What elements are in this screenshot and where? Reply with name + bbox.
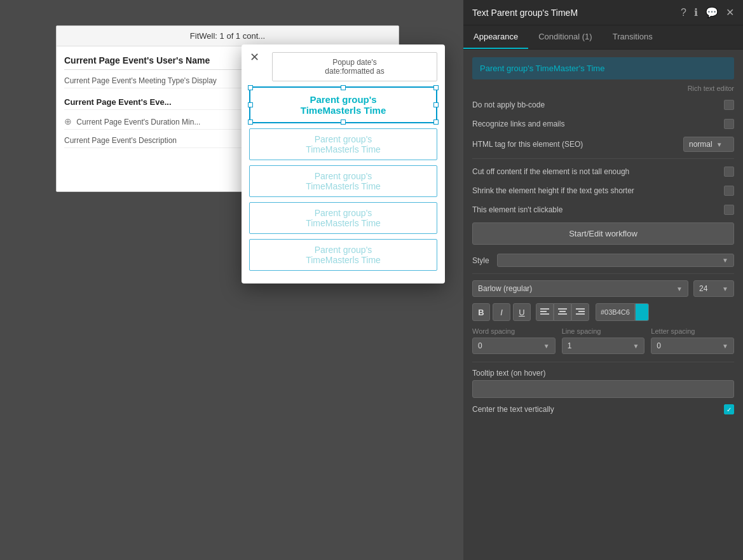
center-vertically-row: Center the text vertically — [472, 404, 734, 414]
center-vertically-checkbox[interactable] — [724, 404, 734, 414]
align-group — [536, 303, 589, 321]
letter-spacing-value: 0 — [657, 341, 661, 350]
panel-header: Text Parent group's TimeM ? ℹ 💬 ✕ — [463, 0, 743, 25]
font-size-select[interactable]: 24 ▼ — [693, 280, 734, 297]
align-right-button[interactable] — [571, 303, 589, 321]
word-spacing-value: 0 — [478, 341, 482, 350]
html-tag-label: HTML tag for this element (SEO) — [472, 140, 583, 149]
cut-off-label: Cut off content if the element is not ta… — [472, 167, 629, 176]
divider-3 — [472, 362, 734, 362]
svg-rect-3 — [558, 308, 567, 310]
color-swatch[interactable] — [635, 303, 649, 321]
modal-body: Popup date's date:formatted as Parent gr… — [242, 44, 445, 283]
handle-bm[interactable] — [341, 120, 346, 125]
text-box-2-text2: TimeMasterls Time — [306, 181, 381, 191]
format-row: B I U #03B4C6 — [472, 303, 734, 321]
font-size-text: 24 — [699, 284, 707, 293]
info-icon[interactable]: ℹ — [694, 6, 698, 18]
text-box-3-text1: Parent group's — [315, 208, 372, 218]
font-row: Barlow (regular) ▼ 24 ▼ — [472, 280, 734, 297]
canvas-header-text: FitWell: 1 of 1 — [190, 31, 240, 41]
align-center-button[interactable] — [554, 303, 571, 321]
svg-rect-0 — [540, 308, 549, 310]
line-spacing-label: Line spacing — [562, 327, 645, 335]
font-family-select[interactable]: Barlow (regular) ▼ — [472, 280, 688, 297]
tab-transitions[interactable]: Transitions — [603, 25, 663, 49]
tooltip-input[interactable] — [472, 380, 734, 398]
panel-content[interactable]: Parent group's TimeMaster's Time Rich te… — [463, 50, 743, 560]
svg-rect-8 — [576, 313, 585, 315]
recognize-links-checkbox[interactable] — [724, 119, 734, 129]
handle-tr[interactable] — [433, 85, 439, 90]
spacing-section: Word spacing 0 ▼ Line spacing 1 ▼ Letter… — [472, 327, 734, 354]
font-name-text: Barlow (regular) — [478, 284, 532, 293]
tooltip-row: Tooltip text (on hover) — [472, 369, 734, 398]
modal: ✕ Popup date's date:formatted as Parent … — [242, 44, 445, 283]
style-row: Style ▼ — [472, 254, 734, 267]
content-value-box[interactable]: Parent group's TimeMaster's Time — [472, 57, 734, 79]
text-box-1-text1: Parent group's — [315, 134, 372, 144]
html-tag-row: HTML tag for this element (SEO) normal ▼ — [472, 137, 734, 152]
letter-spacing-label: Letter spacing — [651, 327, 734, 335]
handle-tm[interactable] — [341, 85, 346, 90]
line-spacing-arrow: ▼ — [632, 343, 639, 350]
panel-title: Text Parent group's TimeM — [472, 8, 578, 18]
bb-code-label: Do not apply bb-code — [472, 100, 545, 109]
bold-button[interactable]: B — [472, 303, 490, 321]
handle-br[interactable] — [433, 120, 439, 125]
svg-rect-7 — [578, 311, 585, 312]
selected-text-element[interactable]: Parent group's TimeMasterls Time — [249, 86, 437, 123]
italic-button[interactable]: I — [493, 303, 510, 321]
html-tag-select[interactable]: normal ▼ — [683, 137, 734, 152]
bb-code-checkbox[interactable] — [724, 100, 734, 110]
tab-appearance[interactable]: Appearance — [463, 25, 528, 49]
underline-button[interactable]: U — [513, 303, 531, 321]
shrink-row: Shrink the element height if the text ge… — [472, 184, 734, 197]
selected-box-text2: TimeMasterls Time — [301, 105, 386, 116]
right-panel: Text Parent group's TimeM ? ℹ 💬 ✕ Appear… — [463, 0, 743, 560]
style-label: Style — [472, 256, 489, 265]
canvas-header-cont: cont... — [243, 31, 265, 41]
html-tag-arrow: ▼ — [716, 141, 723, 148]
close-panel-icon[interactable]: ✕ — [726, 6, 734, 18]
selected-box-text1: Parent group's — [310, 94, 376, 105]
svg-rect-5 — [558, 313, 567, 315]
tooltip-label: Tooltip text (on hover) — [472, 369, 734, 378]
tab-conditional[interactable]: Conditional (1) — [528, 25, 603, 49]
recognize-links-row: Recognize links and emails — [472, 118, 734, 130]
text-box-1-text2: TimeMasterls Time — [306, 144, 381, 154]
style-select[interactable]: ▼ — [497, 254, 734, 267]
modal-close-button[interactable]: ✕ — [247, 50, 262, 65]
text-box-4[interactable]: Parent group's TimeMasterls Time — [249, 239, 437, 271]
text-box-3[interactable]: Parent group's TimeMasterls Time — [249, 202, 437, 234]
text-box-2[interactable]: Parent group's TimeMasterls Time — [249, 165, 437, 197]
line-spacing-item: Line spacing 1 ▼ — [562, 327, 645, 354]
color-box: #03B4C6 — [596, 303, 649, 321]
text-box-3-text2: TimeMasterls Time — [306, 218, 381, 228]
cut-off-checkbox[interactable] — [724, 167, 734, 177]
handle-bl[interactable] — [248, 120, 253, 125]
workflow-button[interactable]: Start/Edit workflow — [472, 222, 734, 245]
panel-header-icons: ? ℹ 💬 ✕ — [681, 6, 734, 18]
handle-mr[interactable] — [433, 102, 439, 107]
not-clickable-checkbox[interactable] — [724, 205, 734, 215]
handle-ml[interactable] — [248, 102, 253, 107]
popup-date-sub: date:formatted as — [325, 67, 384, 76]
chat-icon[interactable]: 💬 — [706, 6, 718, 18]
shrink-label: Shrink the element height if the text ge… — [472, 186, 634, 195]
svg-rect-4 — [559, 311, 566, 312]
text-box-1[interactable]: Parent group's TimeMasterls Time — [249, 128, 437, 160]
svg-rect-2 — [540, 313, 549, 315]
font-arrow: ▼ — [676, 285, 683, 292]
divider-1 — [472, 158, 734, 159]
align-left-button[interactable] — [536, 303, 554, 321]
help-icon[interactable]: ? — [681, 7, 686, 18]
shrink-checkbox[interactable] — [724, 186, 734, 196]
cut-off-row: Cut off content if the element is not ta… — [472, 165, 734, 178]
line-spacing-select[interactable]: 1 ▼ — [562, 338, 645, 354]
letter-spacing-select[interactable]: 0 ▼ — [651, 338, 734, 354]
content-value-text: Parent group's TimeMaster's Time — [480, 64, 604, 73]
handle-tl[interactable] — [248, 85, 253, 90]
word-spacing-label: Word spacing — [472, 327, 556, 335]
word-spacing-select[interactable]: 0 ▼ — [472, 338, 556, 354]
